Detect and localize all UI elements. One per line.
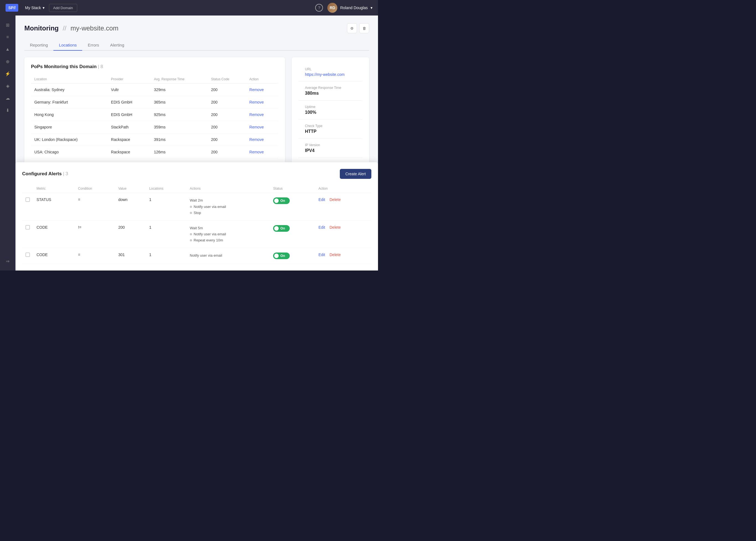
tab-errors[interactable]: Errors	[82, 40, 105, 51]
alert-metric: CODE	[33, 248, 75, 264]
top-navigation: SP// My Stack ▾ Add Domain ? RD Roland D…	[0, 0, 378, 16]
sidebar-icon-database[interactable]: ⊞	[3, 20, 13, 30]
alert-condition: =	[75, 193, 115, 221]
delete-button[interactable]: 🗑	[359, 23, 369, 33]
avatar: RD	[327, 3, 337, 13]
tab-locations[interactable]: Locations	[53, 40, 82, 51]
col-actions: Actions	[186, 185, 270, 193]
pops-provider: Rackspace	[108, 146, 150, 158]
pops-action[interactable]: Remove	[246, 84, 278, 96]
table-row: Hong Kong EDIS GmbH 925ms 200 Remove	[31, 109, 278, 121]
pops-action[interactable]: Remove	[246, 146, 278, 158]
info-ip-version: IP Version IPV4	[298, 139, 363, 158]
info-uptime: Uptime 100%	[298, 101, 363, 120]
alert-value: 301	[115, 248, 146, 264]
alert-actions: Wait 2mNotify user via emailStop	[186, 193, 270, 221]
remove-link[interactable]: Remove	[249, 112, 264, 117]
page-header: Monitoring // my-website.com ⚙ 🗑	[24, 23, 369, 33]
col-action: Action	[246, 75, 278, 84]
toggle-on[interactable]: On	[273, 225, 290, 232]
col-metric: Metric	[33, 185, 75, 193]
pops-location: Australia: Sydney	[31, 84, 108, 96]
content-area: Monitoring // my-website.com ⚙ 🗑 Reporti…	[16, 16, 378, 270]
col-response: Avg. Response Time	[150, 75, 208, 84]
sidebar-icon-expand[interactable]: ⇒	[3, 256, 13, 266]
tab-reporting[interactable]: Reporting	[24, 40, 53, 51]
sidebar-icon-list[interactable]: ≡	[3, 32, 13, 42]
pops-action[interactable]: Remove	[246, 121, 278, 134]
delete-link[interactable]: Delete	[330, 253, 341, 257]
alerts-table: Metric Condition Value Locations Actions…	[22, 185, 372, 264]
alert-condition: !=	[75, 221, 115, 248]
sidebar-icon-lightning[interactable]: ⚡	[3, 69, 13, 79]
col-condition: Condition	[75, 185, 115, 193]
sidebar-icon-download[interactable]: ⬇	[3, 105, 13, 115]
remove-link[interactable]: Remove	[249, 150, 264, 154]
pops-provider: StackPath	[108, 121, 150, 134]
pops-status-code: 200	[208, 146, 246, 158]
remove-link[interactable]: Remove	[249, 125, 264, 129]
table-row: STATUS = down 1 Wait 2mNotify user via e…	[22, 193, 372, 221]
delete-link[interactable]: Delete	[330, 225, 341, 230]
pops-provider: EDIS GmbH	[108, 96, 150, 109]
table-row: Germany: Frankfurt EDIS GmbH 365ms 200 R…	[31, 96, 278, 109]
user-menu[interactable]: RD Roland Douglas ▾	[327, 3, 373, 13]
help-icon[interactable]: ?	[315, 4, 323, 12]
sidebar: ⊞ ≡ ▲ ⊕ ⚡ ◈ ☁ ⬇ ⇒	[0, 16, 16, 270]
edit-link[interactable]: Edit	[319, 198, 325, 202]
pops-location: UK: London (Rackspace)	[31, 134, 108, 146]
toggle-on[interactable]: On	[273, 198, 290, 204]
pops-response: 329ms	[150, 84, 208, 96]
delete-link[interactable]: Delete	[330, 198, 341, 202]
remove-link[interactable]: Remove	[249, 88, 264, 92]
alert-value: down	[115, 193, 146, 221]
pops-response: 391ms	[150, 134, 208, 146]
sidebar-icon-cloud[interactable]: ☁	[3, 93, 13, 103]
dot-icon	[190, 206, 192, 208]
header-actions: ⚙ 🗑	[347, 23, 369, 33]
sidebar-icon-globe[interactable]: ⊕	[3, 57, 13, 66]
pops-location: Hong Kong	[31, 109, 108, 121]
sidebar-icon-chart[interactable]: ▲	[3, 44, 13, 54]
stack-selector[interactable]: My Stack ▾	[25, 6, 45, 10]
alert-locations: 1	[146, 221, 186, 248]
sidebar-icon-shield[interactable]: ◈	[3, 81, 13, 91]
pops-title: PoPs Monitoring this Domain | 8	[31, 64, 278, 70]
remove-link[interactable]: Remove	[249, 100, 264, 104]
pops-status-code: 200	[208, 134, 246, 146]
page-title: Monitoring // my-website.com	[24, 24, 119, 32]
create-alert-button[interactable]: Create Alert	[340, 169, 372, 179]
col-select	[22, 185, 33, 193]
row-checkbox[interactable]	[25, 225, 30, 230]
row-checkbox[interactable]	[25, 198, 30, 202]
alert-status[interactable]: On	[270, 221, 315, 248]
table-row: Singapore StackPath 359ms 200 Remove	[31, 121, 278, 134]
settings-button[interactable]: ⚙	[347, 23, 357, 33]
tabs: Reporting Locations Errors Alerting	[24, 40, 369, 51]
pops-location: Germany: Frankfurt	[31, 96, 108, 109]
pops-action[interactable]: Remove	[246, 134, 278, 146]
tab-alerting[interactable]: Alerting	[105, 40, 130, 51]
pops-action[interactable]: Remove	[246, 96, 278, 109]
alert-status[interactable]: On	[270, 248, 315, 264]
info-url: URL https://my-website.com	[298, 63, 363, 81]
edit-link[interactable]: Edit	[319, 253, 325, 257]
row-checkbox[interactable]	[25, 253, 30, 257]
col-location: Location	[31, 75, 108, 84]
alert-locations: 1	[146, 193, 186, 221]
pops-status-code: 200	[208, 109, 246, 121]
info-check-type: Check Type HTTP	[298, 120, 363, 139]
table-row: CODE != 200 1 Wait 5mNotify user via ema…	[22, 221, 372, 248]
edit-link[interactable]: Edit	[319, 225, 325, 230]
alerts-title: Configured Alerts | 3	[22, 171, 68, 177]
pops-response: 359ms	[150, 121, 208, 134]
alert-metric: STATUS	[33, 193, 75, 221]
pops-action[interactable]: Remove	[246, 109, 278, 121]
toggle-on[interactable]: On	[273, 253, 290, 259]
alert-action-links: Edit Delete	[315, 248, 372, 264]
add-domain-button[interactable]: Add Domain	[49, 4, 77, 12]
pops-location: Singapore	[31, 121, 108, 134]
alert-status[interactable]: On	[270, 193, 315, 221]
remove-link[interactable]: Remove	[249, 137, 264, 142]
pops-response: 365ms	[150, 96, 208, 109]
